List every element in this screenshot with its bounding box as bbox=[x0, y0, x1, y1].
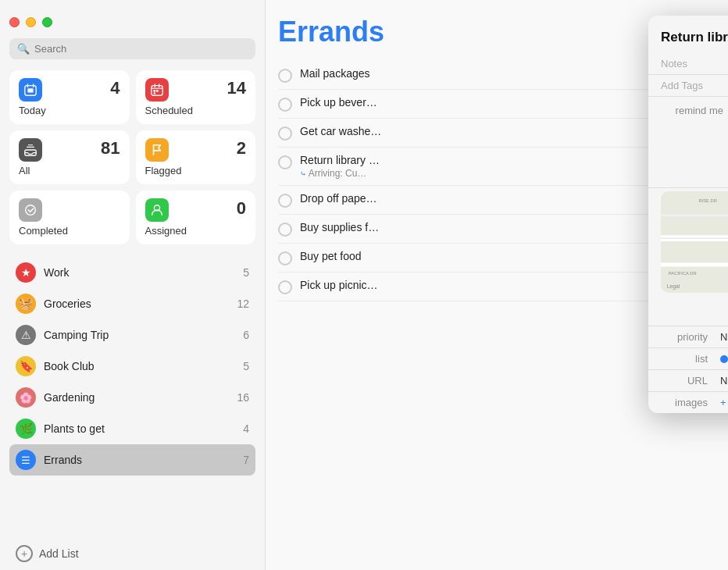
calendar-icon bbox=[19, 78, 42, 102]
today-count: 4 bbox=[110, 78, 120, 98]
tray-icon bbox=[19, 138, 42, 162]
images-label: images bbox=[661, 397, 708, 408]
checkmark-icon bbox=[19, 198, 42, 222]
calendar-grid-icon bbox=[145, 78, 169, 102]
flagged-count: 2 bbox=[237, 138, 246, 159]
task-checkbox[interactable] bbox=[278, 223, 292, 237]
smart-list-today[interactable]: 4 Today bbox=[9, 70, 130, 124]
bookclub-count: 5 bbox=[243, 360, 249, 372]
minimize-button[interactable] bbox=[26, 17, 36, 27]
camping-icon: ⚠ bbox=[16, 325, 36, 345]
plants-icon: 🌿 bbox=[16, 419, 36, 439]
bookclub-icon: 🔖 bbox=[16, 356, 36, 376]
priority-label: priority bbox=[661, 331, 708, 343]
smart-lists-grid: 4 Today 14 Scheduled 81 All bbox=[9, 70, 255, 244]
flagged-label: Flagged bbox=[145, 165, 247, 176]
errands-count: 7 bbox=[243, 454, 249, 466]
task-text: Return library … bbox=[300, 154, 380, 166]
remind-me-label: remind me bbox=[661, 105, 723, 116]
scheduled-label: Scheduled bbox=[145, 105, 247, 116]
svg-text:PACIFICA DR: PACIFICA DR bbox=[669, 271, 697, 276]
smart-list-flagged[interactable]: 2 Flagged bbox=[136, 130, 256, 184]
list-item-plants[interactable]: 🌿 Plants to get 4 bbox=[9, 413, 255, 444]
close-button[interactable] bbox=[9, 17, 20, 27]
at-location-row: At a Location Cupertino Library bbox=[648, 123, 728, 159]
task-checkbox[interactable] bbox=[278, 280, 292, 294]
completed-label: Completed bbox=[19, 225, 120, 237]
notes-field[interactable]: Notes bbox=[648, 53, 728, 75]
errands-icon: ☰ bbox=[16, 450, 36, 470]
list-item-camping[interactable]: ⚠ Camping Trip 6 bbox=[9, 319, 255, 351]
svg-rect-10 bbox=[153, 93, 155, 94]
priority-value: None bbox=[720, 331, 728, 343]
detail-title: Return library books bbox=[661, 30, 728, 45]
task-text: Drop off pape… bbox=[300, 192, 377, 205]
task-checkbox[interactable] bbox=[278, 251, 292, 265]
list-item-work[interactable]: ★ Work 5 bbox=[9, 257, 255, 288]
task-checkbox[interactable] bbox=[278, 69, 292, 83]
remind-me-row: remind me On a Day bbox=[648, 97, 728, 123]
map-container: S DE ANZA BLVD ANEY AVE PACIFICA DR SUIS… bbox=[661, 191, 728, 293]
svg-rect-8 bbox=[153, 90, 155, 92]
fullscreen-button[interactable] bbox=[42, 17, 52, 27]
notes-placeholder: Notes bbox=[661, 58, 687, 69]
smart-list-assigned[interactable]: 0 Assigned bbox=[136, 191, 256, 244]
groceries-count: 12 bbox=[237, 297, 249, 310]
task-text: Pick up bever… bbox=[300, 96, 377, 109]
task-checkbox[interactable] bbox=[278, 155, 292, 169]
task-text: Buy pet food bbox=[300, 250, 362, 262]
gardening-count: 16 bbox=[237, 391, 249, 404]
list-item-gardening[interactable]: 🌸 Gardening 16 bbox=[9, 382, 255, 413]
smart-list-all[interactable]: 81 All bbox=[9, 130, 130, 184]
smart-list-scheduled[interactable]: 14 Scheduled bbox=[136, 70, 256, 124]
gardening-label: Gardening bbox=[44, 391, 229, 404]
list-item-errands[interactable]: ☰ Errands 7 bbox=[9, 444, 255, 476]
traffic-lights bbox=[9, 9, 255, 27]
images-row: images + Add Image… bbox=[648, 392, 728, 413]
task-checkbox[interactable] bbox=[278, 194, 292, 208]
today-label: Today bbox=[19, 105, 120, 116]
svg-rect-16 bbox=[661, 193, 728, 291]
add-list-button[interactable]: + Add List bbox=[9, 537, 255, 570]
when-messaging-row: When Messaging a Person bbox=[648, 299, 728, 326]
work-count: 5 bbox=[243, 266, 249, 279]
task-sub: ⤷ Arriving: Cu… bbox=[300, 168, 380, 179]
task-checkbox[interactable] bbox=[278, 98, 292, 112]
task-text: Get car washe… bbox=[300, 125, 381, 137]
detail-header: Return library books bbox=[648, 16, 728, 53]
add-list-icon: + bbox=[16, 545, 33, 562]
scheduled-count: 14 bbox=[227, 78, 246, 98]
url-row: URL None bbox=[648, 370, 728, 392]
svg-rect-1 bbox=[27, 88, 33, 92]
url-label: URL bbox=[661, 375, 708, 387]
all-label: All bbox=[19, 165, 120, 176]
list-dot bbox=[720, 355, 728, 363]
assigned-label: Assigned bbox=[145, 225, 247, 237]
tags-field[interactable]: Add Tags bbox=[648, 75, 728, 97]
priority-row: priority None bbox=[648, 326, 728, 348]
task-checkbox[interactable] bbox=[278, 126, 292, 141]
bookclub-label: Book Club bbox=[44, 360, 235, 372]
svg-point-14 bbox=[26, 205, 36, 216]
list-item-groceries[interactable]: 🧺 Groceries 12 bbox=[9, 288, 255, 319]
task-text: Buy supplies f… bbox=[300, 221, 379, 233]
search-input[interactable] bbox=[34, 43, 248, 55]
sidebar: 🔍 4 Today 14 Scheduled bbox=[0, 0, 266, 570]
search-bar[interactable]: 🔍 bbox=[9, 38, 255, 59]
smart-list-completed[interactable]: Completed bbox=[9, 191, 130, 244]
list-label: list bbox=[661, 353, 708, 365]
plants-count: 4 bbox=[243, 422, 249, 435]
person-icon bbox=[145, 198, 169, 222]
task-text: Mail packages bbox=[300, 67, 370, 80]
search-icon: 🔍 bbox=[17, 43, 30, 55]
gardening-icon: 🌸 bbox=[16, 387, 36, 408]
url-value: None bbox=[720, 375, 728, 387]
add-list-label: Add List bbox=[39, 547, 79, 560]
list-item-bookclub[interactable]: 🔖 Book Club 5 bbox=[9, 351, 255, 382]
work-icon: ★ bbox=[16, 262, 36, 283]
errands-label: Errands bbox=[44, 454, 235, 466]
plants-label: Plants to get bbox=[44, 422, 235, 435]
arriving-leaving-row: Arriving Leaving bbox=[648, 159, 728, 183]
add-image-button[interactable]: + Add Image… bbox=[720, 397, 728, 408]
camping-label: Camping Trip bbox=[44, 329, 235, 341]
